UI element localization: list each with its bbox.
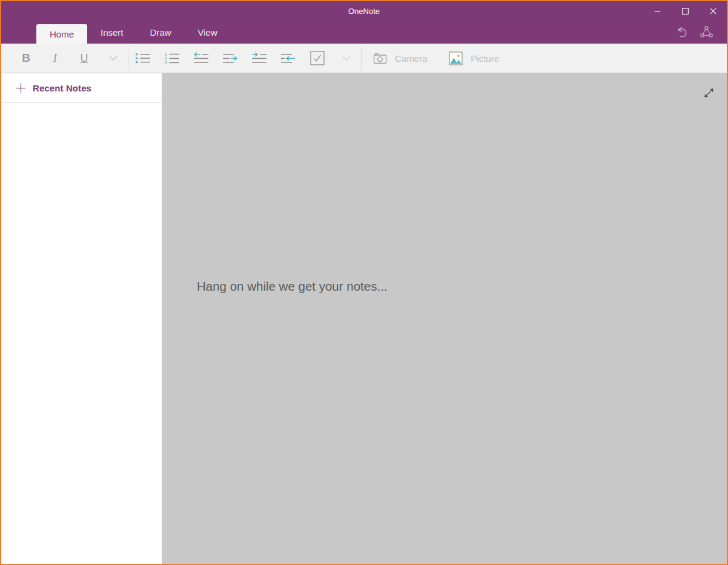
picture-button[interactable]: Picture bbox=[438, 44, 510, 73]
navigation-menu-button[interactable] bbox=[1, 21, 36, 44]
underline-button[interactable]: U bbox=[70, 44, 99, 73]
menubar: Home Insert Draw View bbox=[1, 21, 727, 44]
undo-icon bbox=[675, 25, 689, 39]
loading-message: Hang on while we get your notes... bbox=[197, 279, 388, 294]
increase-indent-button[interactable] bbox=[245, 44, 274, 73]
paragraph-ltr-button[interactable] bbox=[216, 44, 245, 73]
bullet-list-icon bbox=[135, 52, 151, 64]
italic-button[interactable]: I bbox=[41, 44, 70, 73]
chevron-down-icon bbox=[342, 56, 351, 61]
notes-list bbox=[1, 103, 162, 564]
increase-indent-icon bbox=[251, 52, 267, 64]
bold-button[interactable]: B bbox=[12, 44, 41, 73]
recent-notes-sidebar: Recent Notes bbox=[1, 73, 162, 564]
undo-button[interactable] bbox=[672, 23, 691, 42]
close-icon bbox=[710, 8, 716, 15]
tab-insert[interactable]: Insert bbox=[87, 21, 137, 44]
tab-draw[interactable]: Draw bbox=[137, 21, 185, 44]
paragraph-rtl-icon bbox=[280, 52, 296, 64]
minimize-button[interactable] bbox=[643, 1, 671, 21]
more-formatting-button[interactable] bbox=[99, 44, 128, 73]
formatting-toolbar: B I U 1 2 3 bbox=[1, 44, 727, 73]
more-tags-button[interactable] bbox=[332, 44, 361, 73]
numbered-list-icon: 1 2 3 bbox=[164, 51, 180, 65]
camera-label: Camera bbox=[395, 53, 427, 64]
onenote-window: OneNote Home Insert Draw View bbox=[0, 0, 728, 565]
chevron-down-icon bbox=[109, 56, 117, 61]
recent-notes-title: Recent Notes bbox=[33, 83, 91, 93]
svg-text:3: 3 bbox=[165, 60, 167, 65]
todo-checkbox-icon bbox=[310, 51, 325, 65]
plus-icon bbox=[16, 83, 26, 93]
tab-home[interactable]: Home bbox=[36, 24, 87, 44]
window-controls bbox=[643, 1, 727, 21]
picture-icon bbox=[449, 51, 463, 65]
app-body: Recent Notes Hang on while we get your n… bbox=[1, 73, 727, 564]
decrease-indent-button[interactable] bbox=[187, 44, 216, 73]
minimize-icon bbox=[654, 8, 661, 15]
paragraph-ltr-icon bbox=[222, 52, 238, 64]
tab-view[interactable]: View bbox=[185, 21, 231, 44]
maximize-icon bbox=[682, 8, 689, 15]
titlebar: OneNote bbox=[1, 1, 727, 21]
picture-label: Picture bbox=[471, 53, 499, 64]
toolbar-divider bbox=[361, 45, 362, 71]
page-canvas: Hang on while we get your notes... bbox=[162, 73, 727, 564]
new-note-button[interactable] bbox=[14, 81, 27, 94]
camera-button[interactable]: Camera bbox=[362, 44, 438, 73]
ribbon-tabs: Home Insert Draw View bbox=[36, 21, 231, 44]
italic-icon: I bbox=[53, 51, 57, 65]
window-title: OneNote bbox=[1, 1, 727, 21]
todo-tag-button[interactable] bbox=[303, 44, 332, 73]
numbered-list-button[interactable]: 1 2 3 bbox=[157, 44, 187, 73]
maximize-button[interactable] bbox=[671, 1, 699, 21]
sync-share-button[interactable] bbox=[697, 23, 716, 42]
sidebar-header: Recent Notes bbox=[1, 73, 162, 103]
bullet-list-button[interactable] bbox=[128, 44, 157, 73]
fullscreen-toggle-button[interactable] bbox=[702, 86, 715, 99]
close-button[interactable] bbox=[699, 1, 727, 21]
expand-diagonal-icon bbox=[703, 87, 715, 99]
bold-icon: B bbox=[22, 51, 30, 65]
camera-icon bbox=[373, 52, 387, 64]
paragraph-rtl-button[interactable] bbox=[274, 44, 303, 73]
underline-icon: U bbox=[81, 52, 88, 65]
decrease-indent-icon bbox=[193, 52, 209, 64]
sync-share-icon bbox=[699, 25, 714, 40]
menubar-right-actions bbox=[672, 21, 727, 44]
